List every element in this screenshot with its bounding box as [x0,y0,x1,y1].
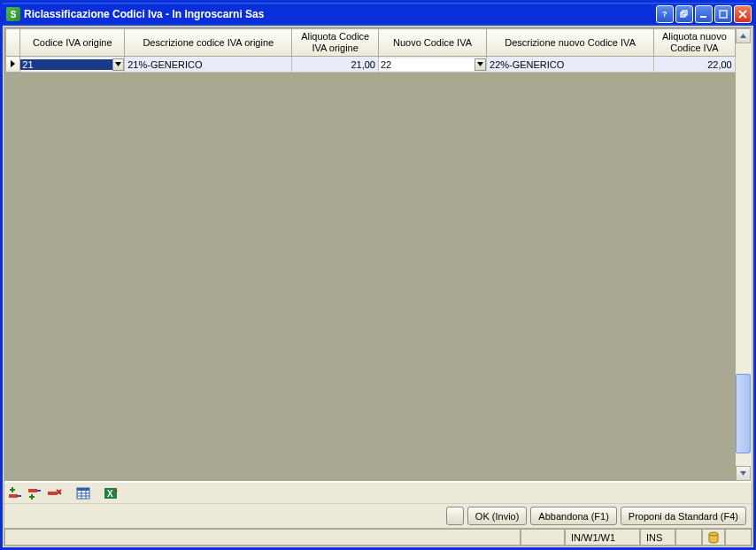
current-row-indicator [6,57,20,73]
cell-aliq-new: 22,00 [654,57,736,73]
scroll-down-button[interactable] [736,466,751,481]
svg-rect-7 [48,492,57,495]
help-button[interactable]: ? [656,5,674,23]
cell-cod-new[interactable]: 22 [378,57,486,73]
proponi-standard-button[interactable]: Proponi da Standard (F4) [621,507,746,525]
grid-toolbar: X [4,482,752,503]
vertical-scrollbar[interactable] [736,28,751,481]
button-bar: OK (Invio) Abbandona (F1) Proponi da Sta… [4,503,752,528]
data-grid[interactable]: Codice IVA origine Descrizione codice IV… [4,27,752,482]
ok-button[interactable]: OK (Invio) [467,507,528,525]
window-title: Riclassificazione Codici Iva - In Ingros… [24,8,656,20]
minimize-button[interactable] [695,5,713,23]
cod-new-dropdown[interactable] [474,58,486,71]
col-header-aliq-new[interactable]: Aliquota nuovo Codice IVA [654,29,736,57]
close-button[interactable] [734,5,752,23]
maximize-button[interactable] [714,5,732,23]
col-header-desc-orig[interactable]: Descrizione codice IVA origine [125,29,292,57]
scroll-up-button[interactable] [736,28,751,43]
svg-text:?: ? [662,10,667,19]
row-insert-after-icon[interactable] [27,485,43,501]
svg-rect-3 [700,16,706,18]
titlebar[interactable]: S Riclassificazione Codici Iva - In Ingr… [3,3,753,26]
col-header-cod-new[interactable]: Nuovo Codice IVA [378,29,486,57]
cod-new-value[interactable]: 22 [379,59,474,70]
svg-rect-9 [77,488,89,491]
col-header-aliq-orig[interactable]: Aliquota Codice IVA origine [292,29,379,57]
table-icon[interactable] [75,485,91,501]
svg-text:X: X [107,489,113,499]
restore-button[interactable] [675,5,693,23]
table-row[interactable]: 21 21%-GENERICO 21,00 22 [6,57,751,73]
row-indicator-header [6,29,20,57]
status-message [4,529,521,546]
cell-desc-new: 22%-GENERICO [487,57,654,73]
col-header-cod-orig[interactable]: Codice IVA origine [20,29,125,57]
status-pane-1 [521,529,565,546]
status-db-icon [702,529,725,546]
statusbar: IN/W1/W1 INS [4,528,752,546]
excel-icon[interactable]: X [104,485,120,501]
col-header-desc-new[interactable]: Descrizione nuovo Codice IVA [487,29,654,57]
status-path: IN/W1/W1 [565,529,640,546]
cell-desc-orig: 21%-GENERICO [125,57,292,73]
status-pane-3 [725,529,752,546]
row-insert-before-icon[interactable] [8,485,24,501]
app-icon: S [6,7,20,21]
extra-button[interactable] [446,507,464,525]
cell-cod-orig[interactable]: 21 [20,57,125,73]
abbandona-button[interactable]: Abbandona (F1) [530,507,617,525]
status-pane-2 [675,529,702,546]
cell-aliq-orig: 21,00 [292,57,379,73]
row-delete-icon[interactable] [47,485,63,501]
cod-orig-value[interactable]: 21 [20,59,112,70]
scroll-thumb[interactable] [736,374,751,453]
svg-rect-6 [28,489,37,492]
svg-rect-4 [720,11,727,18]
svg-rect-5 [9,494,18,498]
status-mode: INS [640,529,675,546]
cod-orig-dropdown[interactable] [112,58,124,71]
